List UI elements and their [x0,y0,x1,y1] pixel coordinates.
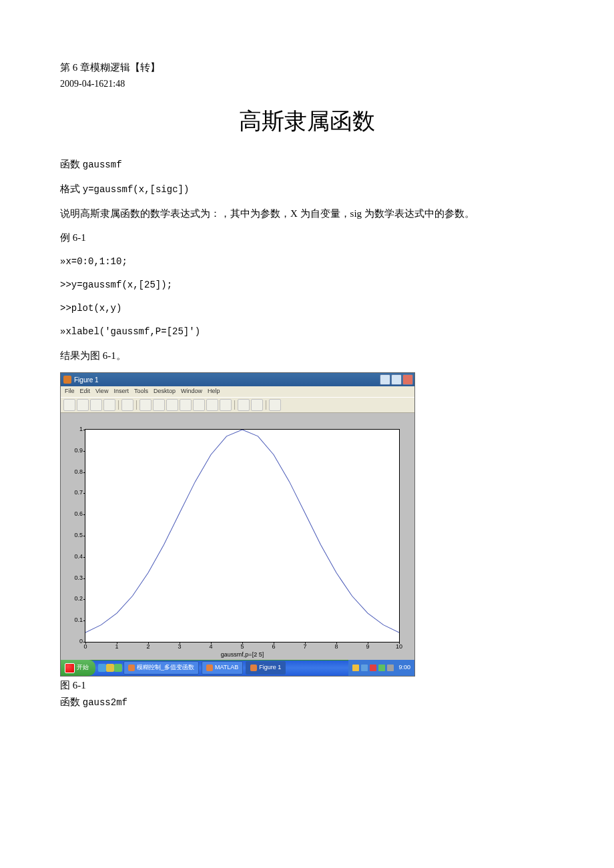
close-button[interactable] [402,374,413,385]
save-icon[interactable] [90,399,102,411]
y-tick-mark [83,578,85,579]
y-tick-label: 0.6 [65,510,83,519]
result-line: 结果为图 6-1。 [60,348,554,364]
quicklaunch-icon[interactable] [106,664,114,672]
y-tick-label: 0.1 [65,616,83,625]
function2-line: 函数 gauss2mf [60,695,554,710]
tray-icon[interactable] [370,665,376,671]
example-label: 例 6-1 [60,230,554,246]
code-line-3: >>plot(x,y) [60,302,554,316]
matlab-figure-window: Figure 1 File Edit View Insert Tools Des… [60,372,415,677]
start-label: 开始 [77,663,89,673]
task-label: Figure 1 [259,663,281,673]
edit-plot-icon[interactable] [121,399,133,411]
menu-window[interactable]: Window [181,387,202,396]
zoom-in-icon[interactable] [139,399,151,411]
pan-icon[interactable] [166,399,178,411]
x-tick-mark [148,642,149,644]
legend-icon[interactable] [251,399,263,411]
menu-tools[interactable]: Tools [134,387,148,396]
x-tick-mark [180,642,180,644]
figure-caption: 图 6-1 [60,678,554,693]
minimize-button[interactable] [380,374,390,385]
plot-area: gaussmf,p=[2 5] 00.10.20.30.40.50.60.70.… [61,413,414,660]
gaussian-curve [85,430,399,642]
task-label: MATLAB [215,663,238,673]
toolbar-separator [118,400,119,410]
func-label: 函数 [60,159,80,169]
code-line-4: »xlabel('gaussmf,P=[25]') [60,325,554,339]
y-tick-label: 0.5 [65,531,83,540]
x-tick-mark [305,642,306,644]
toolbar [61,397,414,413]
menu-insert[interactable]: Insert [113,387,129,396]
link-icon[interactable] [220,399,232,411]
x-tick-mark [399,642,400,644]
windows-taskbar: 开始 模糊控制_多值变函数 MATLAB Figure 1 [61,660,414,676]
tray-icon[interactable] [378,665,385,671]
annotation-icon[interactable] [269,399,281,411]
x-tick-mark [242,642,243,644]
x-tick-mark [211,642,212,644]
menu-file[interactable]: File [65,387,75,396]
matlab-icon [206,665,213,671]
taskbar-item[interactable]: 模糊控制_多值变函数 [123,661,199,675]
y-tick-mark [83,557,85,558]
toolbar-separator [266,400,266,410]
menu-desktop[interactable]: Desktop [154,387,176,396]
main-title: 高斯隶属函数 [60,104,554,138]
code-line-2: >>y=gaussmf(x,[25]); [60,278,554,292]
zoom-out-icon[interactable] [153,399,165,411]
x-tick-mark [336,642,337,644]
y-tick-mark [83,451,85,452]
code-line-1: »x=0:0,1:10; [60,255,554,269]
func2-label: 函数 [60,697,80,707]
print-icon[interactable] [103,399,115,411]
menu-view[interactable]: View [95,387,108,396]
colorbar-icon[interactable] [238,399,250,411]
func2-name: gauss2mf [83,697,127,708]
quicklaunch-ie-icon[interactable] [98,664,106,672]
y-tick-mark [83,599,85,600]
taskbar-item-active[interactable]: Figure 1 [246,661,286,675]
format-code: y=gaussmf(x,[sigc]) [83,184,190,195]
x-tick-mark [274,642,274,644]
new-figure-icon[interactable] [63,399,75,411]
toolbar-separator [136,400,137,410]
axes: gaussmf,p=[2 5] 00.10.20.30.40.50.60.70.… [85,429,400,642]
y-tick-mark [83,620,85,621]
date-line: 2009-04-1621:48 [60,77,554,91]
open-icon[interactable] [77,399,89,411]
menubar: File Edit View Insert Tools Desktop Wind… [61,386,414,397]
y-tick-mark [83,493,85,494]
maximize-button[interactable] [391,374,402,385]
y-tick-label: 0.2 [65,595,83,604]
x-axis-label: gaussmf,p=[2 5] [221,650,264,660]
quicklaunch-icon[interactable] [114,664,122,672]
tray-icon[interactable] [352,665,359,671]
y-tick-label: 1 [65,425,83,434]
x-tick-mark [117,642,117,644]
menu-edit[interactable]: Edit [80,387,91,396]
function-line: 函数 gaussmf [60,157,554,172]
tray-icon[interactable] [361,665,368,671]
system-tray: 9:00 [348,660,414,676]
y-tick-label: 0.9 [65,446,83,456]
taskbar-item[interactable]: MATLAB [202,661,243,675]
tray-volume-icon[interactable] [387,665,394,671]
rotate-icon[interactable] [180,399,192,411]
task-label: 模糊控制_多值变函数 [137,663,194,673]
start-button[interactable]: 开始 [61,660,95,676]
tray-clock: 9:00 [398,663,410,673]
format-line: 格式 y=gaussmf(x,[sigc]) [60,181,554,197]
y-tick-mark [83,472,85,473]
y-tick-mark [83,536,85,536]
data-cursor-icon[interactable] [193,399,205,411]
format-label: 格式 [60,183,80,194]
y-tick-label: 0 [65,637,83,646]
brush-icon[interactable] [206,399,218,411]
app-icon [128,665,135,671]
toolbar-separator [234,400,235,410]
menu-help[interactable]: Help [208,387,220,396]
chapter-title: 第 6 章模糊逻辑【转】 [60,60,554,75]
